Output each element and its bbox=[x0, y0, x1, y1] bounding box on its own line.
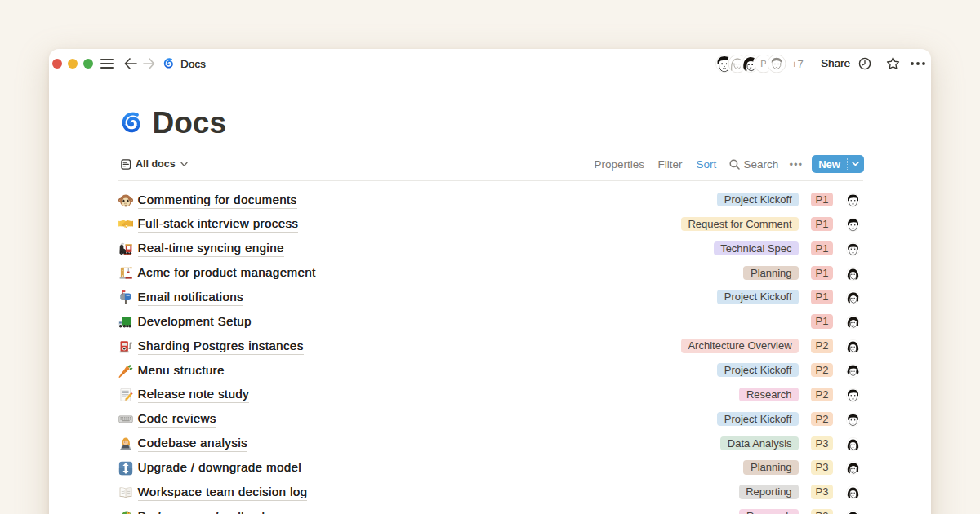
svg-text:P: P bbox=[760, 59, 767, 69]
